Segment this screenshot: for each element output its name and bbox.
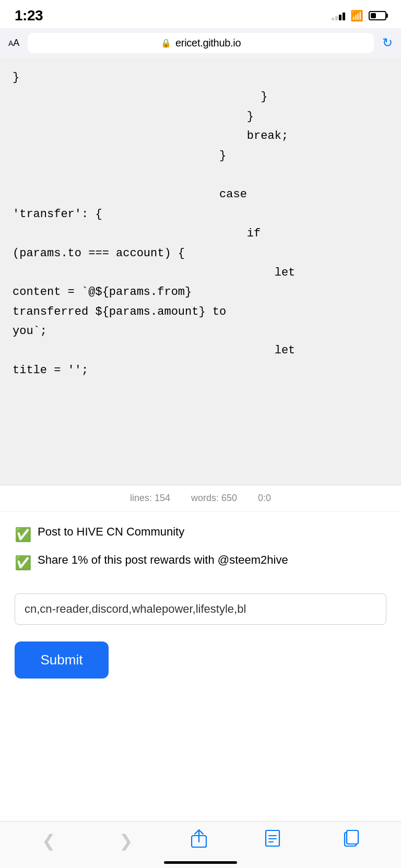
home-indicator xyxy=(164,861,237,864)
forward-button[interactable]: ❯ xyxy=(114,829,138,853)
position-stat: 0:0 xyxy=(258,493,271,504)
url-text: ericet.github.io xyxy=(175,37,241,49)
checkbox-icon-post-hive: ✅ xyxy=(15,525,31,544)
checkbox-post-hive[interactable]: ✅ Post to HIVE CN Community xyxy=(15,524,386,544)
submit-section: Submit xyxy=(0,637,401,695)
wifi-icon: 📶 xyxy=(350,9,363,22)
lock-icon: 🔒 xyxy=(161,38,171,48)
font-size-control[interactable]: AA xyxy=(8,38,19,49)
share-button[interactable] xyxy=(191,829,207,852)
code-block: } } } break; } case 'transfer': { xyxy=(0,57,401,485)
battery-icon xyxy=(369,11,386,20)
checkbox-icon-share-rewards: ✅ xyxy=(15,553,31,572)
words-stat: words: 650 xyxy=(191,493,237,504)
status-icons: 📶 xyxy=(332,9,386,22)
tabs-button[interactable] xyxy=(338,827,364,854)
lines-stat: lines: 154 xyxy=(130,493,170,504)
submit-button[interactable]: Submit xyxy=(15,641,109,679)
code-stats: lines: 154 words: 650 0:0 xyxy=(0,485,401,512)
refresh-button[interactable]: ↻ xyxy=(382,35,393,50)
checkboxes-section: ✅ Post to HIVE CN Community ✅ Share 1% o… xyxy=(0,512,401,585)
checkbox-label-share-rewards: Share 1% of this post rewards with @stee… xyxy=(38,552,386,568)
signal-icon xyxy=(332,11,345,20)
tags-section xyxy=(0,585,401,637)
status-time: 1:23 xyxy=(15,7,43,24)
url-bar[interactable]: 🔒 ericet.github.io xyxy=(28,33,374,53)
bookmarks-button[interactable] xyxy=(260,827,286,854)
tags-input[interactable] xyxy=(15,593,386,625)
svg-rect-7 xyxy=(347,830,358,844)
browser-bar: AA 🔒 ericet.github.io ↻ xyxy=(0,28,401,57)
checkbox-label-post-hive: Post to HIVE CN Community xyxy=(38,524,386,540)
back-button[interactable]: ❮ xyxy=(37,829,61,853)
checkbox-share-rewards[interactable]: ✅ Share 1% of this post rewards with @st… xyxy=(15,552,386,572)
status-bar: 1:23 📶 xyxy=(0,0,401,28)
